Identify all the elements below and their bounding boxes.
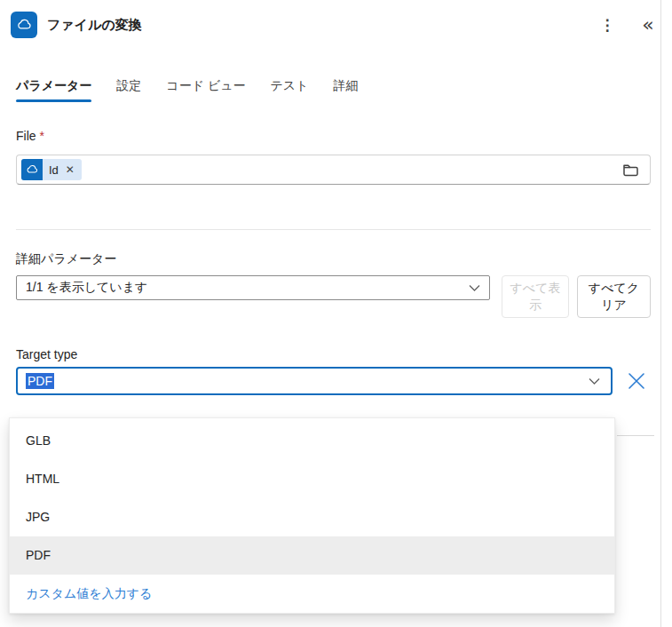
panel-right-divider	[660, 0, 661, 627]
panel-header: ファイルの変換 ⋮ «	[0, 0, 672, 48]
enter-custom-value-link[interactable]: カスタム値を入力する	[10, 575, 614, 613]
dismiss-icon	[627, 371, 646, 391]
tab-details[interactable]: 詳細	[334, 78, 359, 102]
panel-title: ファイルの変換	[47, 17, 142, 34]
tab-bar: パラメーター 設定 コード ビュー テスト 詳細	[0, 78, 672, 102]
onedrive-token-icon	[21, 159, 43, 180]
target-type-options-list: GLB HTML JPG PDF カスタム値を入力する	[9, 417, 615, 614]
file-field-label: File*	[16, 129, 651, 143]
action-configuration-panel: ファイルの変換 ⋮ « パラメーター 設定 コード ビュー テスト 詳細 Fil…	[0, 0, 672, 627]
cloud-icon	[25, 163, 39, 177]
onedrive-connector-icon	[11, 12, 37, 38]
header-actions: ⋮ «	[596, 13, 660, 36]
token-remove-icon[interactable]: ✕	[64, 164, 82, 175]
clear-value-button[interactable]	[624, 369, 649, 393]
background-section-divider	[617, 435, 654, 436]
show-all-button[interactable]: すべて表示	[502, 275, 569, 318]
target-type-value: PDF	[26, 373, 54, 389]
section-divider	[16, 229, 651, 230]
file-input-field[interactable]: Id ✕	[16, 155, 651, 185]
option-pdf[interactable]: PDF	[10, 536, 614, 575]
target-type-combobox[interactable]: PDF	[16, 367, 613, 395]
more-options-button[interactable]: ⋮	[596, 13, 619, 36]
option-glb[interactable]: GLB	[10, 422, 614, 460]
dynamic-content-token[interactable]: Id ✕	[21, 159, 82, 180]
chevron-down-icon[interactable]	[589, 373, 600, 389]
token-label: Id	[43, 163, 64, 177]
advanced-parameters-label: 詳細パラメーター	[16, 251, 651, 267]
advanced-parameters-dropdown[interactable]: 1/1 を表示しています	[16, 275, 490, 300]
tab-test[interactable]: テスト	[271, 78, 309, 102]
tab-code-view[interactable]: コード ビュー	[166, 78, 245, 102]
panel-body: File* Id ✕ 詳細パラメーター	[0, 129, 672, 395]
advanced-parameters-dropdown-value: 1/1 を表示しています	[26, 280, 147, 296]
tab-parameters[interactable]: パラメーター	[16, 78, 91, 102]
vertical-dots-icon: ⋮	[600, 18, 615, 33]
cloud-icon	[15, 16, 33, 34]
option-jpg[interactable]: JPG	[10, 498, 614, 536]
clear-all-button[interactable]: すべてクリア	[577, 275, 651, 318]
file-field-label-text: File	[16, 129, 36, 143]
folder-picker-icon[interactable]	[620, 159, 641, 180]
target-type-row: PDF	[16, 367, 651, 395]
advanced-parameters-row: 1/1 を表示しています すべて表示 すべてクリア	[16, 275, 651, 318]
required-asterisk: *	[40, 129, 44, 143]
collapse-panel-button[interactable]: «	[636, 13, 660, 36]
target-type-label: Target type	[16, 347, 651, 361]
double-chevron-left-icon: «	[642, 15, 653, 35]
option-html[interactable]: HTML	[10, 460, 614, 498]
tab-settings[interactable]: 設定	[116, 78, 141, 102]
chevron-down-icon	[469, 281, 480, 295]
